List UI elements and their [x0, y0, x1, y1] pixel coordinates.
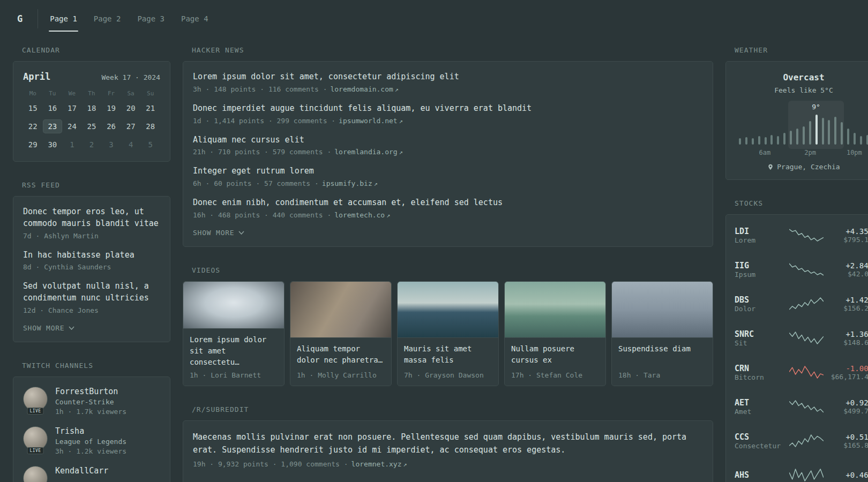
avatar [23, 466, 48, 482]
calendar-day[interactable]: 25 [82, 119, 102, 133]
calendar-day[interactable]: 29 [23, 138, 43, 152]
video-card[interactable]: Mauris sit amet massa felis 7h · Grayson… [397, 281, 499, 386]
rss-item-title[interactable]: Donec tempor eros leo, ut commodo mauris… [23, 206, 160, 230]
twitch-channel-name[interactable]: ForrestBurton [55, 387, 126, 396]
hackernews-item-title[interactable]: Integer eget rutrum lorem [193, 165, 703, 177]
tab-page-1[interactable]: Page 1 [49, 11, 78, 26]
calendar-day-header: Tu [43, 90, 63, 97]
tab-page-3[interactable]: Page 3 [136, 11, 166, 26]
rss-item: Sed volutpat nulla nisl, a condimentum n… [23, 281, 160, 314]
calendar-card: April Week 17 · 2024 Mo Tu We Th [13, 61, 170, 162]
twitch-widget: Twitch Channels LIVE ForrestBurton Count… [13, 362, 170, 482]
calendar-day[interactable]: 27 [121, 119, 141, 133]
twitch-channel-row[interactable]: LIVE ForrestBurton Counter-Strike 1h · 1… [23, 387, 160, 416]
stock-symbol: AET [735, 398, 785, 408]
hackernews-item: Donec enim nibh, condimentum et accumsan… [193, 197, 703, 219]
calendar-day[interactable]: 21 [140, 101, 160, 115]
video-card[interactable]: Nullam posuere cursus ex 17h · Stefan Co… [504, 281, 606, 386]
hackernews-show-more-button[interactable]: Show More [193, 229, 244, 237]
video-thumbnail[interactable] [398, 282, 498, 338]
calendar-day[interactable]: 5 [140, 138, 160, 152]
video-card[interactable]: Suspendisse diam 18h · Tara [611, 281, 713, 386]
calendar-day[interactable]: 19 [101, 101, 121, 115]
stock-change: -1.00% [828, 364, 868, 373]
hackernews-item-stats: 3h · 148 points · 116 comments · [193, 85, 327, 93]
calendar-day[interactable]: 22 [23, 119, 43, 133]
stock-row[interactable]: CRN Bitcorn -1.00% $66,171.48 [735, 355, 868, 389]
hackernews-item-domain[interactable]: loremlandia.org ↗ [334, 148, 403, 156]
rss-item-title[interactable]: In hac habitasse platea [23, 250, 160, 261]
calendar-day[interactable]: 28 [140, 119, 160, 133]
calendar-day[interactable]: 2 [82, 138, 102, 152]
calendar-day[interactable]: 16 [43, 101, 63, 115]
calendar-grid: Mo Tu We Th Fr Sa Su [23, 90, 160, 152]
calendar-day[interactable]: 3 [101, 138, 121, 152]
calendar-day[interactable]: 20 [121, 101, 141, 115]
calendar-day[interactable]: 30 [43, 138, 63, 152]
twitch-channel-row[interactable]: LIVE KendallCarr [23, 466, 160, 482]
hackernews-item-domain[interactable]: ipsumworld.net ↗ [339, 117, 403, 125]
video-thumbnail[interactable] [612, 282, 713, 338]
reddit-post-title[interactable]: Maecenas mollis pulvinar erat non posuer… [193, 431, 703, 456]
weather-bar [745, 137, 747, 145]
calendar-day[interactable]: 1 [62, 138, 82, 152]
twitch-channel-info: Trisha League of Legends 3h · 1.2k viewe… [55, 426, 126, 455]
hackernews-item-title[interactable]: Donec enim nibh, condimentum et accumsan… [193, 197, 703, 209]
stock-sparkline [789, 434, 824, 448]
videos-row: Lorem ipsum dolor sit amet consectetu… 1… [183, 281, 713, 386]
right-column: Weather Overcast Feels like 5°C 9° 6am 2… [725, 46, 868, 482]
twitch-channel-row[interactable]: LIVE Trisha League of Legends 3h · 1.2k … [23, 426, 160, 455]
hackernews-item-title[interactable]: Lorem ipsum dolor sit amet, consectetur … [193, 71, 703, 83]
calendar-day[interactable]: 26 [101, 119, 121, 133]
weather-bar [765, 137, 767, 145]
stock-row[interactable]: AET Amet +0.92% $499.72 [735, 389, 868, 424]
video-title[interactable]: Suspendisse diam [612, 338, 713, 355]
calendar-day[interactable]: 17 [62, 101, 82, 115]
video-title[interactable]: Nullam posuere cursus ex [505, 338, 605, 366]
calendar-day[interactable]: 18 [82, 101, 102, 115]
stock-change: +4.35% [828, 227, 868, 236]
stock-row[interactable]: DBS Dolor +1.42% $156.28 [735, 287, 868, 321]
reddit-post-domain[interactable]: loremnet.xyz ↗ [351, 460, 407, 468]
tab-page-4[interactable]: Page 4 [180, 11, 209, 26]
stock-values: +4.35% $795.18 [828, 227, 868, 244]
hackernews-item: Lorem ipsum dolor sit amet, consectetur … [193, 71, 703, 93]
main-content: Calendar April Week 17 · 2024 Mo Tu We [0, 37, 868, 482]
hackernews-item-domain[interactable]: loremtech.co ↗ [334, 211, 390, 219]
video-thumbnail[interactable] [183, 282, 284, 329]
calendar-day[interactable]: 24 [62, 119, 82, 133]
calendar-day[interactable]: 4 [121, 138, 141, 152]
video-title[interactable]: Aliquam tempor dolor nec pharetra… [290, 338, 391, 366]
stock-name: Amet [735, 408, 785, 416]
hackernews-item-title[interactable]: Aliquam nec cursus elit [193, 134, 703, 146]
video-title[interactable]: Lorem ipsum dolor sit amet consectetu… [183, 329, 284, 368]
calendar-widget: Calendar April Week 17 · 2024 Mo Tu We [13, 46, 170, 162]
twitch-channel-name[interactable]: Trisha [55, 426, 126, 436]
rss-item-title[interactable]: Sed volutpat nulla nisl, a condimentum n… [23, 281, 160, 304]
weather-location[interactable]: Prague, Czechia [736, 163, 868, 171]
stock-change: +2.84% [828, 261, 868, 270]
video-thumbnail[interactable] [290, 282, 391, 338]
hackernews-item-title[interactable]: Donec imperdiet augue tincidunt felis al… [193, 103, 703, 115]
hackernews-section-title: Hacker News [192, 46, 713, 54]
video-meta: 18h · Tara [612, 368, 713, 386]
tab-page-2[interactable]: Page 2 [93, 11, 122, 26]
hackernews-item-domain[interactable]: loremdomain.com ↗ [330, 85, 399, 93]
video-card[interactable]: Lorem ipsum dolor sit amet consectetu… 1… [183, 281, 285, 386]
stock-row[interactable]: LDI Lorem +4.35% $795.18 [735, 218, 868, 252]
stock-row[interactable]: SNRC Sit +1.36% $148.64 [735, 321, 868, 355]
hackernews-item-domain[interactable]: ipsumify.biz ↗ [322, 179, 378, 187]
domain-text: loremnet.xyz [351, 460, 402, 468]
calendar-day[interactable]: 15 [23, 101, 43, 115]
calendar-day-header: We [62, 90, 82, 97]
twitch-channel-name[interactable]: KendallCarr [55, 466, 108, 476]
video-thumbnail[interactable] [505, 282, 605, 338]
calendar-day[interactable]: 23 [43, 119, 63, 133]
stock-row[interactable]: AHS +0.46% [735, 458, 868, 482]
stock-row[interactable]: IIG Ipsum +2.84% $42.04 [735, 252, 868, 287]
rss-show-more-button[interactable]: Show More [23, 324, 74, 332]
video-title[interactable]: Mauris sit amet massa felis [398, 338, 498, 366]
weather-bar [860, 136, 862, 145]
video-card[interactable]: Aliquam tempor dolor nec pharetra… 1h · … [290, 281, 392, 386]
stock-row[interactable]: CCS Consectetur +0.51% $165.84 [735, 424, 868, 458]
